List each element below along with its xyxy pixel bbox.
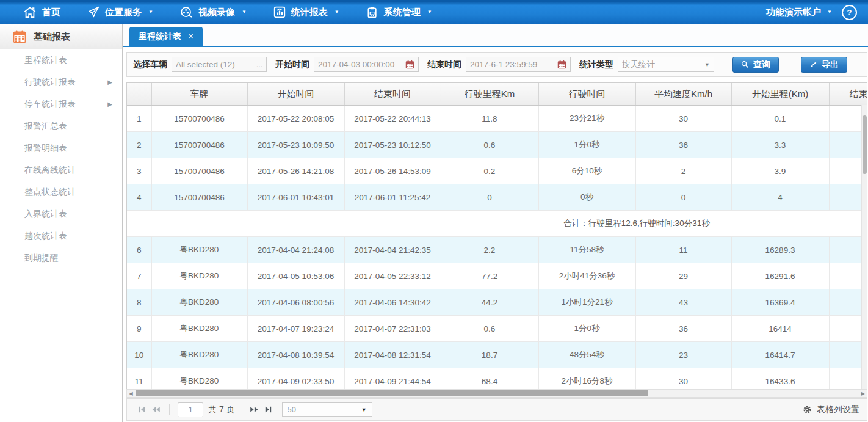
- column-header[interactable]: 车牌: [151, 83, 247, 106]
- divider: [169, 404, 170, 415]
- column-header[interactable]: 开始时间: [247, 83, 344, 106]
- table-cell: 2017-05-26 14:53:09: [344, 158, 441, 184]
- row-number-cell: 6: [127, 237, 151, 263]
- table-cell: 粤BKD280: [151, 237, 247, 263]
- previous-page-button[interactable]: [149, 402, 164, 417]
- table-cell: 2小时16分8秒: [538, 368, 635, 390]
- calendar-icon[interactable]: [557, 60, 566, 69]
- table-row[interactable]: 4157007004862017-06-01 10:43:012017-06-0…: [127, 184, 867, 211]
- scroll-right-arrow-icon[interactable]: ▶: [859, 390, 867, 397]
- table-cell: 2017-04-05 22:33:12: [344, 263, 441, 289]
- vertical-scrollbar[interactable]: [861, 105, 867, 389]
- start-time-field[interactable]: [314, 57, 419, 72]
- horizontal-scrollbar-thumb[interactable]: [136, 390, 648, 396]
- nav-item-label: 位置服务: [105, 7, 142, 18]
- column-header[interactable]: 结束时间: [344, 83, 441, 106]
- vertical-scrollbar-thumb[interactable]: [863, 115, 867, 174]
- nav-item[interactable]: 系统管理 ▼: [353, 0, 446, 24]
- column-header[interactable]: 开始里程(Km): [731, 83, 829, 106]
- nav-item[interactable]: 位置服务 ▼: [74, 0, 167, 24]
- column-header[interactable]: 行驶里程Km: [441, 83, 538, 106]
- table-cell: 2017-04-09 21:44:54: [344, 368, 441, 390]
- table-cell: 粤BKD280: [151, 289, 247, 316]
- sidebar-item[interactable]: 趟次统计表: [0, 225, 122, 247]
- column-header[interactable]: 平均速度Km/h: [635, 83, 731, 106]
- nav-item-label: 视频录像: [198, 7, 235, 18]
- column-header[interactable]: 行驶时间: [538, 83, 635, 106]
- tab-mileage-report[interactable]: 里程统计表 ×: [129, 27, 203, 46]
- close-icon[interactable]: ×: [188, 32, 193, 42]
- report-icon: [273, 6, 286, 18]
- table-cell: 11分58秒: [538, 237, 635, 263]
- main-panel: 里程统计表 × 选择车辆 All selected (12) ... 开始时间: [123, 24, 868, 422]
- sidebar-item[interactable]: 里程统计表: [0, 49, 122, 71]
- table-cell: 1小时1分21秒: [538, 289, 635, 316]
- chevron-right-icon: ▶: [107, 101, 112, 107]
- table-cell: 2017-05-22 20:44:13: [344, 106, 441, 132]
- sidebar-item-label: 行驶统计报表: [24, 77, 76, 88]
- search-icon: [741, 60, 749, 68]
- nav-item[interactable]: 统计报表 ▼: [260, 0, 353, 24]
- column-settings-button[interactable]: 表格列设置: [803, 404, 859, 415]
- row-number-header[interactable]: [127, 83, 151, 106]
- table-cell: 2017-04-05 10:53:06: [247, 263, 344, 289]
- help-icon[interactable]: ?: [842, 5, 857, 20]
- sidebar-item[interactable]: 报警汇总表: [0, 115, 122, 137]
- last-page-button[interactable]: [261, 402, 276, 417]
- sidebar-section-basic-reports[interactable]: 基础报表: [0, 24, 122, 49]
- table-cell: 48分54秒: [538, 342, 635, 368]
- row-number-cell: 4: [127, 184, 151, 211]
- table-row[interactable]: 2157007004862017-05-23 10:09:502017-05-2…: [127, 132, 867, 158]
- tab-label: 里程统计表: [139, 31, 181, 42]
- table-cell: 0.6: [441, 316, 538, 342]
- table-cell: 11.8: [441, 106, 538, 132]
- table-row[interactable]: 10粤BKD2802017-04-08 10:39:542017-04-08 1…: [127, 342, 867, 368]
- summary-row: 合计：行驶里程12.6,行驶时间:30分31秒: [127, 211, 867, 237]
- table-row[interactable]: 9粤BKD2802017-04-07 19:23:242017-04-07 22…: [127, 316, 867, 342]
- calendar-icon[interactable]: [405, 60, 414, 69]
- column-header[interactable]: 结束里程(Km): [829, 83, 867, 106]
- account-label: 功能演示帐户: [766, 7, 821, 18]
- vehicle-value: All selected (12): [176, 60, 235, 69]
- sidebar-item[interactable]: 行驶统计报表 ▶: [0, 71, 122, 93]
- table-cell: 3.3: [731, 132, 829, 158]
- stat-type-select[interactable]: 按天统计 ▼: [618, 57, 714, 72]
- account-menu[interactable]: 功能演示帐户 ▼: [766, 7, 832, 18]
- scroll-left-arrow-icon[interactable]: ◀: [127, 390, 135, 397]
- table-cell: 0.1: [731, 106, 829, 132]
- nav-item[interactable]: 视频录像 ▼: [167, 0, 260, 24]
- chevron-right-icon: ▶: [107, 79, 112, 85]
- page-size-select[interactable]: 50 ▼: [282, 402, 372, 417]
- sidebar-item[interactable]: 整点状态统计: [0, 181, 122, 203]
- table-cell: 2017-04-09 02:33:50: [247, 368, 344, 390]
- table-cell: 2017-06-01 10:43:01: [247, 184, 344, 211]
- nav-item[interactable]: 首页: [10, 0, 74, 24]
- sidebar-item[interactable]: 在线离线统计: [0, 159, 122, 181]
- next-page-button[interactable]: [247, 402, 261, 417]
- start-time-input[interactable]: [318, 60, 405, 69]
- vehicle-multiselect[interactable]: All selected (12) ...: [172, 57, 267, 72]
- export-button[interactable]: 导出: [801, 57, 847, 73]
- query-button[interactable]: 查询: [732, 57, 779, 73]
- table-row[interactable]: 6粤BKD2802017-04-04 21:24:082017-04-04 21…: [127, 237, 867, 263]
- horizontal-scrollbar[interactable]: ◀ ▶: [126, 389, 867, 398]
- sidebar-item[interactable]: 报警明细表: [0, 137, 122, 159]
- sidebar-item[interactable]: 到期提醒: [0, 247, 122, 269]
- table-cell: 0: [635, 184, 731, 211]
- sidebar-item[interactable]: 入界统计表: [0, 203, 122, 225]
- table-row[interactable]: 8粤BKD2802017-04-06 08:00:562017-04-06 14…: [127, 289, 867, 316]
- table-header-row: 车牌开始时间结束时间行驶里程Km行驶时间平均速度Km/h开始里程(Km)结束里程…: [127, 83, 867, 106]
- page-number-input[interactable]: [178, 402, 203, 417]
- end-time-field[interactable]: [466, 57, 571, 72]
- table-row[interactable]: 1157007004862017-05-22 20:08:052017-05-2…: [127, 106, 867, 132]
- end-time-input[interactable]: [470, 60, 557, 69]
- table-row[interactable]: 7粤BKD2802017-04-05 10:53:062017-04-05 22…: [127, 263, 867, 289]
- page-size-value: 50: [288, 405, 296, 414]
- table-row[interactable]: 3157007004862017-05-26 14:21:082017-05-2…: [127, 158, 867, 184]
- table-cell: 30: [635, 368, 731, 390]
- video-icon: [180, 6, 193, 19]
- first-page-button[interactable]: [134, 402, 149, 417]
- row-number-cell: 9: [127, 316, 151, 342]
- sidebar-item[interactable]: 停车统计报表 ▶: [0, 93, 122, 115]
- table-row[interactable]: 11粤BKD2802017-04-09 02:33:502017-04-09 2…: [127, 368, 867, 390]
